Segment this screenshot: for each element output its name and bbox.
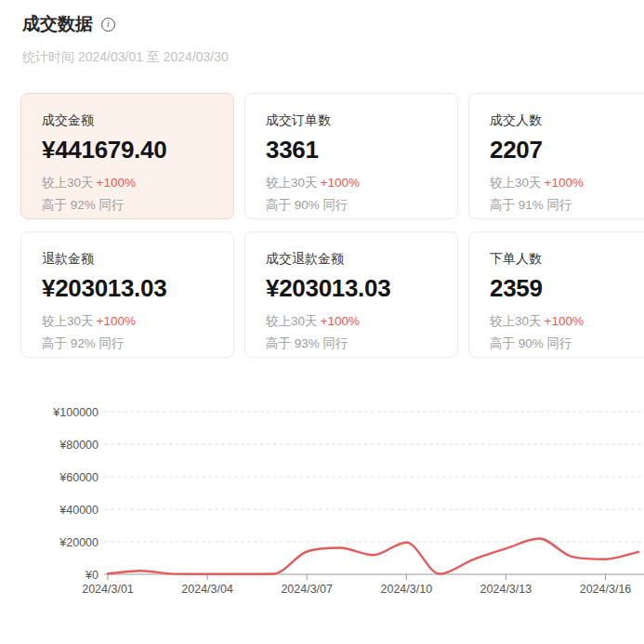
compare-label: 较上30天	[266, 176, 318, 190]
x-axis-label: 2024/3/07	[281, 583, 333, 596]
card-value: ¥203013.03	[266, 274, 437, 303]
compare-delta: +100%	[321, 314, 360, 328]
y-axis-label: ¥80000	[59, 439, 99, 452]
card-value: ¥203013.03	[42, 274, 213, 303]
card-label: 成交金额	[42, 112, 213, 129]
card-compare: 较上30天+100%	[490, 313, 644, 330]
compare-label: 较上30天	[42, 176, 94, 190]
compare-delta: +100%	[545, 314, 584, 328]
x-axis-label: 2024/3/13	[480, 583, 532, 596]
card-label: 下单人数	[490, 251, 644, 268]
compare-label: 较上30天	[42, 314, 94, 328]
compare-delta: +100%	[97, 176, 136, 190]
y-axis-label: ¥40000	[59, 504, 99, 517]
card-label: 退款金额	[42, 251, 213, 268]
card-label: 成交人数	[490, 112, 644, 129]
trend-chart: ¥0¥20000¥40000¥60000¥80000¥1000002024/3/…	[0, 400, 644, 623]
card-deal-customers[interactable]: 成交人数 2207 较上30天+100% 高于 91% 同行	[468, 93, 644, 219]
card-peer-rank: 高于 92% 同行	[42, 335, 213, 352]
card-value: 3361	[266, 136, 437, 164]
card-peer-rank: 高于 90% 同行	[266, 197, 437, 214]
metric-cards-row-1: 成交金额 ¥441679.40 较上30天+100% 高于 92% 同行 成交订…	[20, 93, 644, 219]
card-value: ¥441679.40	[42, 136, 213, 164]
card-compare: 较上30天+100%	[490, 175, 644, 191]
compare-delta: +100%	[545, 176, 584, 190]
compare-label: 较上30天	[266, 314, 318, 328]
card-order-customers[interactable]: 下单人数 2359 较上30天+100% 高于 90% 同行	[468, 231, 644, 358]
card-peer-rank: 高于 90% 同行	[490, 335, 644, 352]
card-compare: 较上30天+100%	[42, 313, 213, 330]
x-axis-label: 2024/3/16	[580, 583, 632, 596]
header: 成交数据 i	[22, 13, 644, 35]
card-peer-rank: 高于 91% 同行	[490, 197, 644, 214]
x-axis-label: 2024/3/01	[82, 583, 134, 596]
card-peer-rank: 高于 93% 同行	[266, 335, 437, 352]
transaction-data-panel: { "header": { "title": "成交数据", "info_ico…	[0, 0, 644, 644]
compare-delta: +100%	[321, 176, 360, 190]
page-title: 成交数据	[22, 13, 93, 35]
trend-chart-svg: ¥0¥20000¥40000¥60000¥80000¥1000002024/3/…	[0, 400, 644, 623]
info-circle-icon[interactable]: i	[101, 18, 115, 32]
x-axis-label: 2024/3/10	[380, 583, 432, 596]
metric-cards-row-2: 退款金额 ¥203013.03 较上30天+100% 高于 92% 同行 成交退…	[20, 231, 644, 358]
card-compare: 较上30天+100%	[266, 175, 437, 191]
card-deal-amount[interactable]: 成交金额 ¥441679.40 较上30天+100% 高于 92% 同行	[20, 93, 234, 219]
metric-cards: 成交金额 ¥441679.40 较上30天+100% 高于 92% 同行 成交订…	[20, 93, 644, 358]
x-axis-label: 2024/3/04	[181, 583, 233, 596]
card-deal-refund-amount[interactable]: 成交退款金额 ¥203013.03 较上30天+100% 高于 93% 同行	[244, 231, 458, 358]
y-axis-label: ¥60000	[59, 471, 99, 484]
card-value: 2207	[490, 136, 644, 164]
card-compare: 较上30天+100%	[266, 313, 437, 330]
y-axis-label: ¥100000	[52, 406, 99, 419]
compare-delta: +100%	[97, 314, 136, 328]
compare-label: 较上30天	[490, 176, 542, 190]
date-range-subtitle: 统计时间 2024/03/01 至 2024/03/30	[22, 49, 644, 66]
card-refund-amount[interactable]: 退款金额 ¥203013.03 较上30天+100% 高于 92% 同行	[20, 231, 234, 358]
trend-line	[108, 539, 638, 574]
card-label: 成交退款金额	[266, 251, 437, 268]
card-deal-orders[interactable]: 成交订单数 3361 较上30天+100% 高于 90% 同行	[244, 93, 458, 219]
card-value: 2359	[490, 274, 644, 303]
y-axis-label: ¥20000	[59, 536, 99, 549]
compare-label: 较上30天	[490, 314, 542, 328]
card-compare: 较上30天+100%	[42, 175, 213, 191]
card-peer-rank: 高于 92% 同行	[42, 197, 213, 214]
y-axis-label: ¥0	[85, 569, 99, 582]
card-label: 成交订单数	[266, 112, 437, 129]
